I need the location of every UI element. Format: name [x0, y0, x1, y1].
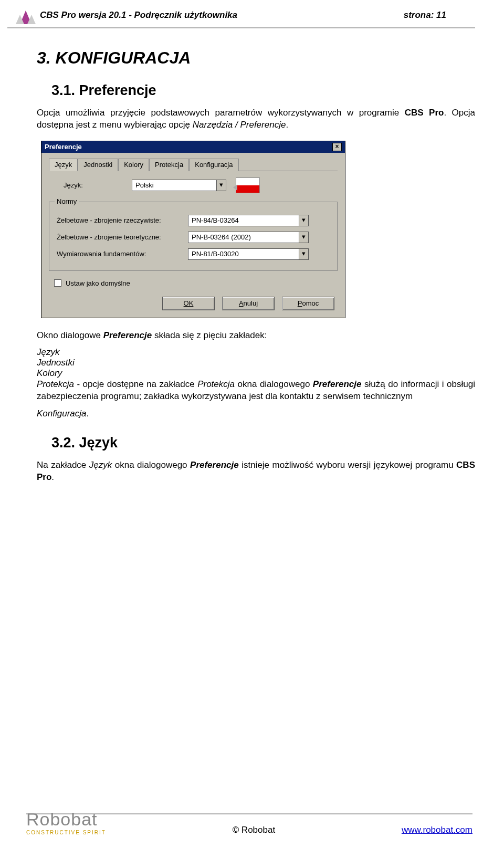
norm-select-2[interactable]: PN-81/B-03020 ▾: [188, 248, 309, 260]
tab-kolory[interactable]: Kolory: [118, 159, 149, 171]
close-icon[interactable]: ×: [332, 143, 342, 151]
footer-link[interactable]: www.robobat.com: [402, 825, 472, 835]
tabs-intro: Okno dialogowe Preferencje składa się z …: [37, 330, 475, 342]
intro-paragraph: Opcja umożliwia przyjęcie podstawowych p…: [37, 107, 475, 131]
language-label: Język:: [64, 181, 132, 189]
norm-select-1[interactable]: PN-B-03264 (2002) ▾: [188, 232, 309, 243]
logo-triangle-icon: [15, 5, 37, 25]
tab-konfiguracja[interactable]: Konfiguracja: [189, 159, 238, 171]
protekcja-desc: Protekcja - opcje dostępne na zakładce P…: [37, 379, 475, 403]
chevron-down-icon[interactable]: ▾: [299, 249, 308, 259]
dialog-tabs: Język Jednostki Kolory Protekcja Konfigu…: [49, 158, 338, 171]
norms-legend: Normy: [55, 197, 79, 205]
cancel-button[interactable]: Anuluj: [222, 297, 275, 310]
tab-jezyk[interactable]: Język: [49, 159, 78, 171]
norm-select-0[interactable]: PN-84/B-03264 ▾: [188, 215, 309, 226]
ok-button[interactable]: OK: [162, 297, 215, 310]
list-item: Kolory: [37, 368, 475, 379]
footer-copyright: © Robobat: [233, 825, 276, 835]
tab-protekcja[interactable]: Protekcja: [149, 159, 189, 171]
chevron-down-icon[interactable]: ▾: [216, 180, 226, 191]
set-default-label: Ustaw jako domyślne: [66, 279, 130, 287]
flag-icon: [236, 177, 260, 193]
heading-2-preferencje: 3.1. Preferencje: [51, 82, 475, 99]
set-default-checkbox[interactable]: [54, 279, 61, 287]
list-item: Jednostki: [37, 358, 475, 368]
heading-1: 3. KONFIGURACJA: [37, 48, 475, 68]
norm-label-0: Żelbetowe - zbrojenie rzeczywiste:: [57, 216, 188, 224]
robobat-logo: Robobat CONSTRUCTIVE SPIRIT: [26, 809, 106, 835]
dialog-title: Preferencje: [45, 143, 82, 151]
dialog-titlebar: Preferencje ×: [41, 141, 345, 153]
page-header: CBS Pro wersja 20.1 - Podręcznik użytkow…: [7, 0, 475, 28]
preferences-dialog: Preferencje × Język Jednostki Kolory Pro…: [41, 141, 345, 318]
jezyk-paragraph: Na zakładce Język okna dialogowego Prefe…: [37, 459, 475, 484]
language-select[interactable]: Polski ▾: [132, 180, 226, 191]
page-footer: Robobat CONSTRUCTIVE SPIRIT © Robobat ww…: [0, 809, 504, 835]
list-item: Język: [37, 347, 475, 358]
help-button[interactable]: Pomoc: [282, 297, 334, 310]
tab-jednostki[interactable]: Jednostki: [78, 159, 118, 171]
norms-fieldset: Normy Żelbetowe - zbrojenie rzeczywiste:…: [49, 202, 338, 271]
page-content: 3. KONFIGURACJA 3.1. Preferencje Opcja u…: [0, 28, 504, 484]
doc-title: CBS Pro wersja 20.1 - Podręcznik użytkow…: [40, 10, 404, 20]
chevron-down-icon[interactable]: ▾: [299, 215, 308, 226]
heading-2-jezyk: 3.2. Język: [51, 435, 475, 451]
tabs-list: Język Jednostki Kolory: [37, 347, 475, 379]
norm-label-1: Żelbetowe - zbrojenie teoretyczne:: [57, 233, 188, 241]
konfiguracja-item: Konfiguracja.: [37, 408, 475, 420]
set-default-row: Ustaw jako domyślne: [54, 279, 338, 287]
norm-label-2: Wymiarowania fundamentów:: [57, 250, 188, 258]
page-number: strona: 11: [404, 10, 446, 20]
chevron-down-icon[interactable]: ▾: [299, 232, 308, 243]
